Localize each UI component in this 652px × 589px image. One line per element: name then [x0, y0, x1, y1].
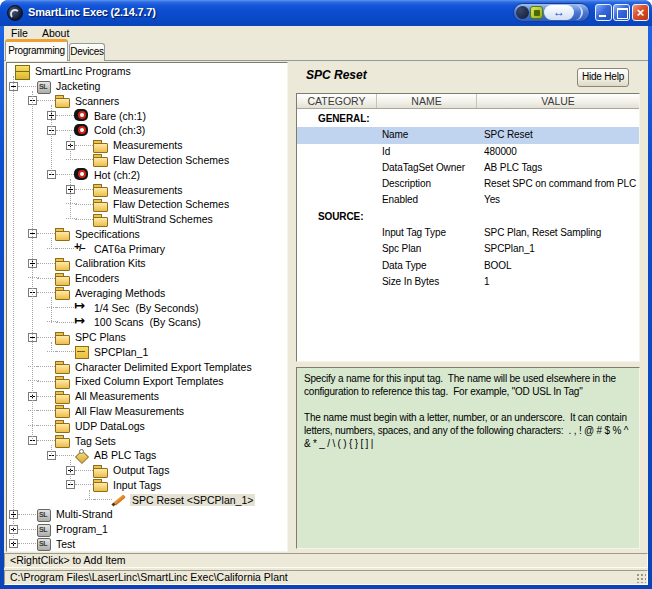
tree-connector	[37, 292, 55, 293]
property-row-description[interactable]: DescriptionReset SPC on command from PLC	[297, 176, 639, 192]
property-row-data-type[interactable]: Data TypeBOOL	[297, 258, 639, 274]
tree-item-multistrand-schemes[interactable]: MultiStrand Schemes	[7, 212, 287, 227]
tree-item-100-scans-by-scans[interactable]: 100 Scans (By Scans)	[7, 315, 287, 330]
program-icon	[36, 508, 51, 521]
tree-item-test[interactable]: Test	[7, 537, 287, 552]
status-path-text: C:\Program Files\LaserLinc\SmartLinc Exe…	[10, 571, 288, 583]
folder-icon	[55, 227, 70, 240]
tree-item-spc-plans[interactable]: SPC Plans	[7, 330, 287, 345]
close-button[interactable]	[632, 4, 649, 21]
tree-item-all-flaw-measurements[interactable]: All Flaw Measurements	[7, 404, 287, 419]
cell-category: SOURCE:	[297, 209, 377, 225]
tree-item-program-1[interactable]: Program_1	[7, 522, 287, 537]
tree-connector	[75, 484, 93, 485]
resize-grip[interactable]	[635, 572, 646, 583]
menu-about[interactable]: About	[40, 27, 71, 39]
tree-item-cat6a-primary[interactable]: CAT6a Primary	[7, 241, 287, 256]
tree-connector	[18, 543, 36, 544]
minimize-button[interactable]	[595, 4, 612, 21]
tree-item-cold-ch-3[interactable]: Cold (ch:3)	[7, 123, 287, 138]
tree-item-calibration-kits[interactable]: Calibration Kits	[7, 256, 287, 271]
property-row-general[interactable]: GENERAL:	[297, 111, 639, 127]
property-row-datatagset-owner[interactable]: DataTagSet OwnerAB PLC Tags	[297, 160, 639, 176]
tree-item-bare-ch-1[interactable]: Bare (ch:1)	[7, 108, 287, 123]
program-tree: SmartLinc ProgramsJacketingScannersBare …	[6, 62, 288, 552]
tree-item-specifications[interactable]: Specifications	[7, 226, 287, 241]
tab-devices[interactable]: Devices	[69, 43, 105, 61]
program-icon	[36, 523, 51, 536]
tree-connector	[56, 307, 74, 308]
tab-programming[interactable]: Programming	[5, 39, 68, 61]
tree-item-hot-ch-2[interactable]: Hot (ch:2)	[7, 167, 287, 182]
plan-icon	[74, 345, 89, 358]
tree-item-flaw-detection-schemes[interactable]: Flaw Detection Schemes	[7, 153, 287, 168]
menu-file[interactable]: File	[9, 27, 30, 39]
property-row-name[interactable]: NameSPC Reset	[297, 127, 639, 143]
folder-icon	[93, 464, 108, 477]
tree-label: Averaging Methods	[73, 287, 167, 299]
tree-item-encoders[interactable]: Encoders	[7, 271, 287, 286]
menu-bar: FileAbout	[4, 26, 648, 40]
tree-connector-vertical	[51, 342, 52, 353]
program-icon	[36, 80, 51, 93]
maximize-button[interactable]	[613, 4, 630, 21]
tree-item-character-delimited-export-templates[interactable]: Character Delimited Export Templates	[7, 359, 287, 374]
folder-icon	[55, 375, 70, 388]
tree-item-output-tags[interactable]: Output Tags	[7, 463, 287, 478]
column-header-name[interactable]: NAME	[377, 94, 477, 108]
cell-category	[297, 241, 377, 257]
tree-item-spcplan-1[interactable]: SPCPlan_1	[7, 345, 287, 360]
tree-connector	[75, 204, 93, 205]
tree-item-input-tags[interactable]: Input Tags	[7, 477, 287, 492]
tree-item-flaw-detection-schemes[interactable]: Flaw Detection Schemes	[7, 197, 287, 212]
tree-item-averaging-methods[interactable]: Averaging Methods	[7, 285, 287, 300]
folder-icon	[55, 272, 70, 285]
property-row-size-in-bytes[interactable]: Size In Bytes1	[297, 274, 639, 290]
language-bar-green-icon[interactable]	[530, 6, 543, 19]
tree-item-scanners[interactable]: Scanners	[7, 94, 287, 109]
tree-connector	[56, 115, 74, 116]
language-bar-circle-icon[interactable]	[516, 6, 529, 19]
tree-item-1-4-sec-by-seconds[interactable]: 1/4 Sec (By Seconds)	[7, 300, 287, 315]
language-bar-arrows-icon[interactable]: ↔	[544, 5, 574, 20]
tree-connector	[56, 351, 74, 352]
tree-item-spc-reset-spcplan-1[interactable]: SPC Reset <SPCPlan_1>	[7, 492, 287, 507]
cell-name: Description	[377, 176, 477, 192]
title-bar[interactable]: SmartLinc Exec (2.14.7.7) ↔	[0, 0, 652, 26]
tree-item-tag-sets[interactable]: Tag Sets	[7, 433, 287, 448]
tag-icon	[74, 449, 89, 462]
cell-name	[377, 209, 477, 225]
folder-icon	[55, 286, 70, 299]
cell-name: Name	[377, 127, 477, 143]
property-row-input-tag-type[interactable]: Input Tag TypeSPC Plan, Reset Sampling	[297, 225, 639, 241]
cell-category	[297, 258, 377, 274]
cell-value: BOOL	[477, 258, 639, 274]
cell-name	[377, 111, 477, 127]
language-bar[interactable]: ↔	[513, 3, 590, 22]
property-row-source[interactable]: SOURCE:	[297, 209, 639, 225]
tree-label: Measurements	[111, 184, 184, 196]
tree-connector	[37, 410, 55, 411]
property-row-enabled[interactable]: EnabledYes	[297, 192, 639, 208]
tree-label: Output Tags	[111, 464, 171, 476]
tree-connector-vertical	[13, 76, 14, 545]
tree-item-fixed-column-export-templates[interactable]: Fixed Column Export Templates	[7, 374, 287, 389]
property-row-id[interactable]: Id480000	[297, 144, 639, 160]
tree-item-udp-datalogs[interactable]: UDP DataLogs	[7, 418, 287, 433]
hide-help-button[interactable]: Hide Help	[577, 68, 629, 87]
column-header-value[interactable]: VALUE	[477, 94, 639, 108]
cell-category	[297, 127, 377, 143]
tree-label: UDP DataLogs	[73, 420, 147, 432]
cell-category	[297, 144, 377, 160]
tree-item-ab-plc-tags[interactable]: AB PLC Tags	[7, 448, 287, 463]
tree-label: Scanners	[73, 95, 121, 107]
column-header-category[interactable]: CATEGORY	[297, 94, 377, 108]
tree-item-smartlinc-programs[interactable]: SmartLinc Programs	[7, 64, 287, 79]
property-row-spc-plan[interactable]: Spc PlanSPCPlan_1	[297, 241, 639, 257]
tree-item-multi-strand[interactable]: Multi-Strand	[7, 507, 287, 522]
tree-item-jacketing[interactable]: Jacketing	[7, 79, 287, 94]
tree-connector	[75, 159, 93, 160]
tree-item-all-measurements[interactable]: All Measurements	[7, 389, 287, 404]
tree-item-measurements[interactable]: Measurements	[7, 182, 287, 197]
tree-item-measurements[interactable]: Measurements	[7, 138, 287, 153]
